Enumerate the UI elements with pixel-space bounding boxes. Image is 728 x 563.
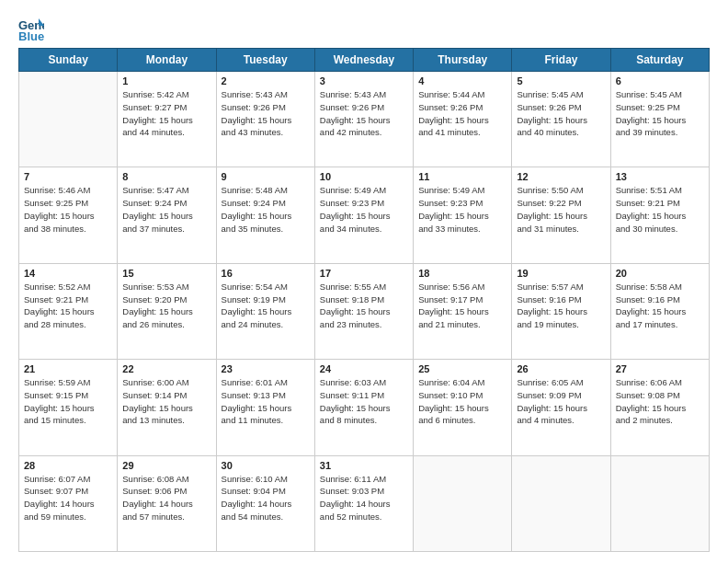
day-number: 6: [616, 75, 704, 86]
calendar-cell: 15Sunrise: 5:53 AM Sunset: 9:20 PM Dayli…: [118, 263, 216, 359]
day-number: 13: [616, 171, 704, 182]
day-number: 7: [24, 171, 112, 182]
calendar-cell: 6Sunrise: 5:45 AM Sunset: 9:25 PM Daylig…: [610, 72, 709, 167]
week-row-2: 7Sunrise: 5:46 AM Sunset: 9:25 PM Daylig…: [19, 167, 710, 263]
day-number: 15: [122, 268, 210, 279]
day-info: Sunrise: 5:59 AM Sunset: 9:15 PM Dayligh…: [24, 376, 112, 427]
day-number: 14: [24, 268, 112, 279]
day-info: Sunrise: 5:55 AM Sunset: 9:18 PM Dayligh…: [320, 281, 408, 331]
page: General Blue SundayMondayTuesdayWednesda…: [0, 0, 728, 563]
day-info: Sunrise: 5:44 AM Sunset: 9:26 PM Dayligh…: [418, 88, 506, 139]
day-info: Sunrise: 5:43 AM Sunset: 9:26 PM Dayligh…: [320, 88, 408, 139]
day-info: Sunrise: 5:51 AM Sunset: 9:21 PM Dayligh…: [616, 184, 704, 235]
weekday-header-tuesday: Tuesday: [216, 49, 314, 72]
day-number: 16: [222, 268, 310, 279]
day-number: 28: [24, 460, 112, 471]
day-info: Sunrise: 5:53 AM Sunset: 9:20 PM Dayligh…: [122, 281, 210, 331]
day-info: Sunrise: 6:10 AM Sunset: 9:04 PM Dayligh…: [222, 473, 310, 523]
day-number: 11: [418, 171, 506, 182]
day-number: 24: [320, 363, 408, 374]
day-info: Sunrise: 5:46 AM Sunset: 9:25 PM Dayligh…: [24, 184, 112, 235]
week-row-5: 28Sunrise: 6:07 AM Sunset: 9:07 PM Dayli…: [19, 455, 710, 551]
calendar-cell: 9Sunrise: 5:48 AM Sunset: 9:24 PM Daylig…: [216, 167, 314, 263]
day-number: 10: [320, 171, 408, 182]
calendar-cell: 23Sunrise: 6:01 AM Sunset: 9:13 PM Dayli…: [216, 360, 314, 455]
calendar-cell: [610, 455, 709, 551]
day-info: Sunrise: 5:49 AM Sunset: 9:23 PM Dayligh…: [320, 184, 408, 235]
day-number: 25: [418, 363, 506, 374]
day-number: 4: [418, 75, 506, 86]
svg-text:Blue: Blue: [18, 29, 44, 42]
day-info: Sunrise: 5:50 AM Sunset: 9:22 PM Dayligh…: [517, 184, 605, 235]
day-info: Sunrise: 5:52 AM Sunset: 9:21 PM Dayligh…: [24, 281, 112, 331]
day-number: 19: [517, 268, 605, 279]
day-number: 9: [222, 171, 310, 182]
weekday-header-sunday: Sunday: [19, 49, 118, 72]
day-number: 20: [616, 268, 704, 279]
calendar-cell: 1Sunrise: 5:42 AM Sunset: 9:27 PM Daylig…: [118, 72, 216, 167]
calendar-cell: 16Sunrise: 5:54 AM Sunset: 9:19 PM Dayli…: [216, 263, 314, 359]
day-info: Sunrise: 5:48 AM Sunset: 9:24 PM Dayligh…: [222, 184, 310, 235]
day-info: Sunrise: 5:45 AM Sunset: 9:25 PM Dayligh…: [616, 88, 704, 139]
day-info: Sunrise: 6:11 AM Sunset: 9:03 PM Dayligh…: [320, 473, 408, 523]
day-number: 21: [24, 363, 112, 374]
day-number: 23: [222, 363, 310, 374]
calendar-cell: [19, 72, 118, 167]
weekday-header-thursday: Thursday: [414, 49, 512, 72]
calendar-cell: 27Sunrise: 6:06 AM Sunset: 9:08 PM Dayli…: [610, 360, 709, 455]
weekday-header-monday: Monday: [118, 49, 216, 72]
day-info: Sunrise: 5:47 AM Sunset: 9:24 PM Dayligh…: [122, 184, 210, 235]
day-number: 31: [320, 460, 408, 471]
calendar-cell: 25Sunrise: 6:04 AM Sunset: 9:10 PM Dayli…: [414, 360, 512, 455]
calendar-cell: 13Sunrise: 5:51 AM Sunset: 9:21 PM Dayli…: [610, 167, 709, 263]
week-row-3: 14Sunrise: 5:52 AM Sunset: 9:21 PM Dayli…: [19, 263, 710, 359]
calendar-cell: 19Sunrise: 5:57 AM Sunset: 9:16 PM Dayli…: [512, 263, 610, 359]
week-row-1: 1Sunrise: 5:42 AM Sunset: 9:27 PM Daylig…: [19, 72, 710, 167]
calendar-table: SundayMondayTuesdayWednesdayThursdayFrid…: [18, 48, 710, 552]
day-info: Sunrise: 5:58 AM Sunset: 9:16 PM Dayligh…: [616, 281, 704, 331]
calendar-cell: 18Sunrise: 5:56 AM Sunset: 9:17 PM Dayli…: [414, 263, 512, 359]
day-number: 1: [122, 75, 210, 86]
calendar-cell: 5Sunrise: 5:45 AM Sunset: 9:26 PM Daylig…: [512, 72, 610, 167]
weekday-header-wednesday: Wednesday: [314, 49, 413, 72]
day-number: 17: [320, 268, 408, 279]
weekday-header-row: SundayMondayTuesdayWednesdayThursdayFrid…: [19, 49, 710, 72]
day-info: Sunrise: 6:05 AM Sunset: 9:09 PM Dayligh…: [517, 376, 605, 427]
day-info: Sunrise: 5:42 AM Sunset: 9:27 PM Dayligh…: [122, 88, 210, 139]
day-info: Sunrise: 5:57 AM Sunset: 9:16 PM Dayligh…: [517, 281, 605, 331]
calendar-cell: 26Sunrise: 6:05 AM Sunset: 9:09 PM Dayli…: [512, 360, 610, 455]
calendar-cell: 12Sunrise: 5:50 AM Sunset: 9:22 PM Dayli…: [512, 167, 610, 263]
day-number: 22: [122, 363, 210, 374]
week-row-4: 21Sunrise: 5:59 AM Sunset: 9:15 PM Dayli…: [19, 360, 710, 455]
day-info: Sunrise: 6:07 AM Sunset: 9:07 PM Dayligh…: [24, 473, 112, 523]
day-info: Sunrise: 6:06 AM Sunset: 9:08 PM Dayligh…: [616, 376, 704, 427]
calendar-cell: 21Sunrise: 5:59 AM Sunset: 9:15 PM Dayli…: [19, 360, 118, 455]
day-info: Sunrise: 6:00 AM Sunset: 9:14 PM Dayligh…: [122, 376, 210, 427]
day-number: 29: [122, 460, 210, 471]
calendar-cell: 22Sunrise: 6:00 AM Sunset: 9:14 PM Dayli…: [118, 360, 216, 455]
calendar-cell: [512, 455, 610, 551]
calendar-cell: 31Sunrise: 6:11 AM Sunset: 9:03 PM Dayli…: [314, 455, 413, 551]
day-number: 12: [517, 171, 605, 182]
day-info: Sunrise: 5:49 AM Sunset: 9:23 PM Dayligh…: [418, 184, 506, 235]
day-info: Sunrise: 5:56 AM Sunset: 9:17 PM Dayligh…: [418, 281, 506, 331]
logo: General Blue: [18, 17, 48, 42]
day-number: 30: [222, 460, 310, 471]
day-info: Sunrise: 6:04 AM Sunset: 9:10 PM Dayligh…: [418, 376, 506, 427]
day-info: Sunrise: 5:45 AM Sunset: 9:26 PM Dayligh…: [517, 88, 605, 139]
day-info: Sunrise: 6:08 AM Sunset: 9:06 PM Dayligh…: [122, 473, 210, 523]
calendar-cell: 17Sunrise: 5:55 AM Sunset: 9:18 PM Dayli…: [314, 263, 413, 359]
calendar-cell: 2Sunrise: 5:43 AM Sunset: 9:26 PM Daylig…: [216, 72, 314, 167]
day-info: Sunrise: 5:54 AM Sunset: 9:19 PM Dayligh…: [222, 281, 310, 331]
weekday-header-friday: Friday: [512, 49, 610, 72]
calendar-cell: 10Sunrise: 5:49 AM Sunset: 9:23 PM Dayli…: [314, 167, 413, 263]
calendar-cell: 24Sunrise: 6:03 AM Sunset: 9:11 PM Dayli…: [314, 360, 413, 455]
weekday-header-saturday: Saturday: [610, 49, 709, 72]
calendar-cell: 3Sunrise: 5:43 AM Sunset: 9:26 PM Daylig…: [314, 72, 413, 167]
day-info: Sunrise: 6:01 AM Sunset: 9:13 PM Dayligh…: [222, 376, 310, 427]
day-info: Sunrise: 5:43 AM Sunset: 9:26 PM Dayligh…: [222, 88, 310, 139]
calendar-cell: 28Sunrise: 6:07 AM Sunset: 9:07 PM Dayli…: [19, 455, 118, 551]
header: General Blue: [18, 17, 710, 42]
day-info: Sunrise: 6:03 AM Sunset: 9:11 PM Dayligh…: [320, 376, 408, 427]
calendar-cell: 8Sunrise: 5:47 AM Sunset: 9:24 PM Daylig…: [118, 167, 216, 263]
